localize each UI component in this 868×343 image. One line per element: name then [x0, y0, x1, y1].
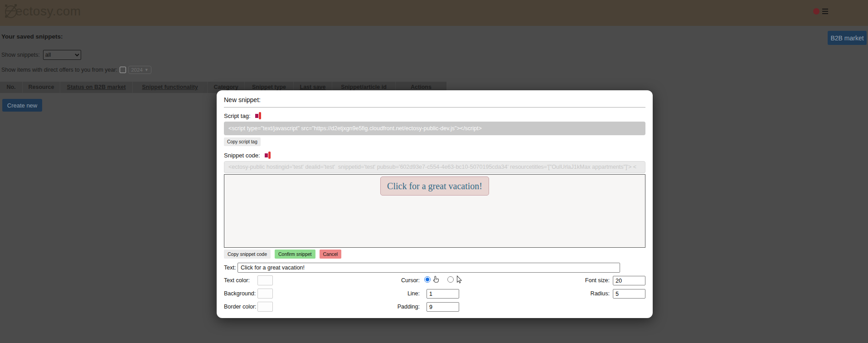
background-color-picker[interactable] [257, 289, 273, 299]
radius-input[interactable] [613, 289, 645, 299]
cancel-button[interactable]: Cancel [320, 250, 342, 259]
notification-dot-icon [813, 8, 820, 15]
modal-title-divider [224, 107, 645, 108]
snippet-preview-area: Click for a great vacation! [224, 174, 645, 248]
year-value: 2024 [131, 67, 143, 73]
border-color-picker[interactable] [257, 302, 273, 312]
hamburger-menu-icon[interactable] [822, 9, 828, 15]
b2b-market-button[interactable]: B2B market [828, 31, 867, 45]
font-size-input[interactable] [613, 276, 645, 285]
background-label: Background: [224, 290, 256, 297]
copy-script-tag-button[interactable]: Copy script tag [224, 137, 261, 146]
year-select: 2024 ▼ [128, 66, 151, 74]
required-flag-icon [255, 113, 261, 119]
column-header-no: No. [0, 82, 23, 93]
cursor-pointer-radio[interactable] [424, 276, 431, 283]
brand-name: ectosy.com [15, 4, 81, 19]
arrow-cursor-icon [455, 275, 463, 284]
snippet-code-value-field[interactable]: <ectosy-public hostingid='test' dealid='… [224, 161, 645, 173]
column-header-resource: Resource [23, 82, 60, 93]
create-new-button[interactable]: Create new [2, 99, 42, 112]
snippet-code-label: Snippet code: [224, 152, 260, 159]
padding-input[interactable] [427, 302, 459, 312]
hand-pointer-cursor-icon [432, 275, 440, 284]
cursor-label: Cursor: [360, 277, 420, 284]
direct-offers-row: Show items with direct offers to you fro… [1, 66, 151, 74]
text-color-picker[interactable] [257, 275, 273, 285]
border-color-label: Border color: [224, 304, 257, 310]
script-tag-value-field[interactable]: <script type="text/javascript" src="http… [224, 122, 645, 135]
page-title: Your saved snippets: [1, 33, 63, 40]
column-header-functionality[interactable]: Snippet functionality [133, 82, 208, 93]
column-header-status[interactable]: Status on B2B market [60, 82, 133, 93]
direct-offers-checkbox[interactable] [120, 67, 126, 73]
line-input[interactable] [427, 289, 459, 299]
required-flag-icon [265, 152, 271, 159]
confirm-snippet-button[interactable]: Confirm snippet [275, 250, 315, 259]
show-snippets-label: Show snippets: [1, 52, 40, 58]
text-color-label: Text color: [224, 277, 250, 284]
padding-label: Padding: [360, 304, 420, 310]
direct-offers-label: Show items with direct offers to you fro… [1, 67, 117, 73]
text-label: Text: [224, 265, 238, 271]
radius-label: Radius: [541, 290, 610, 297]
preview-snippet-button[interactable]: Click for a great vacation! [380, 176, 489, 196]
copy-snippet-code-button[interactable]: Copy snippet code [224, 250, 271, 259]
brand-logo[interactable]: ectosy.com [4, 3, 81, 20]
font-size-label: Font size: [541, 277, 610, 284]
new-snippet-modal: New snippet: Script tag: <script type="t… [217, 90, 653, 318]
line-label: Line: [360, 290, 420, 297]
text-input[interactable] [238, 263, 620, 273]
top-header-bar: ectosy.com [0, 0, 868, 26]
cursor-arrow-radio[interactable] [447, 276, 454, 283]
chevron-down-icon: ▼ [145, 68, 149, 72]
script-tag-label: Script tag: [224, 113, 251, 119]
show-snippets-row: Show snippets: all [1, 50, 81, 60]
show-snippets-select[interactable]: all [43, 50, 81, 60]
modal-title: New snippet: [224, 96, 645, 103]
